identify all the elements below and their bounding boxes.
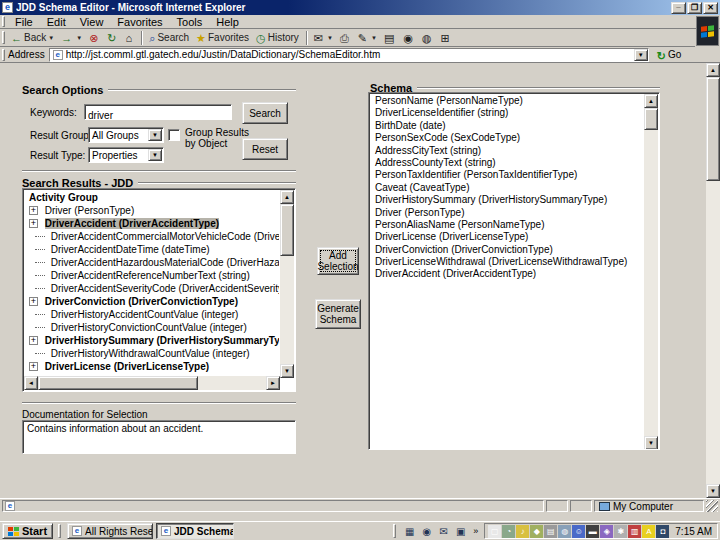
dropdown-arrow-icon[interactable] [76,35,82,41]
close-icon[interactable] [703,2,718,14]
toolbar-button[interactable]: ⎙ [337,30,354,46]
address-input[interactable] [66,49,634,61]
scroll-down-icon[interactable] [706,484,720,498]
tree-item[interactable]: DriverAccidentHazardousMaterialCode (Dri… [25,256,279,269]
schema-vscroll-track[interactable] [644,94,658,450]
schema-item[interactable]: Caveat (CaveatType) [371,182,643,194]
tray-battery-icon[interactable]: A [642,525,655,538]
tree-item[interactable]: DriverHistoryConvictionCountValue (integ… [25,321,279,334]
toolbar-button[interactable]: ↻ [104,30,121,46]
tray-key-icon[interactable]: ◆ [530,525,543,538]
menu-item[interactable]: File [8,15,40,28]
tree-item[interactable]: DriverHistorySummary (DriverHistorySumma… [25,334,279,347]
toolbar-button[interactable]: ⌕ Search [146,30,192,46]
result-type-select[interactable]: Properties [88,147,164,163]
tree-item[interactable]: DriverConviction (DriverConvictionType) [25,295,279,308]
schema-item[interactable]: PersonAliasName (PersonNameType) [371,219,643,231]
tree-item[interactable]: DriverAccidentCommercialMotorVehicleCode… [25,230,279,243]
page-vscroll-thumb[interactable] [706,77,720,181]
scroll-down-icon[interactable] [644,436,658,450]
schema-item[interactable]: DriverLicense (DriverLicenseType) [371,231,643,243]
tree-item[interactable]: DriverLicense (DriverLicenseType) [25,360,279,373]
tray-modem-icon[interactable]: ▬ [586,525,599,538]
menu-item[interactable]: Edit [40,15,73,28]
schema-item[interactable]: Driver (PersonType) [371,207,643,219]
schema-item[interactable]: PersonSexCode (SexCodeType) [371,132,643,144]
expand-plus-icon[interactable] [29,336,38,345]
toolbar-button[interactable]: ✎ [355,30,380,46]
taskbar-task-button[interactable]: e JDD Schema Editor - ... [156,523,234,539]
toolbar-grip[interactable] [2,49,5,61]
schema-item[interactable]: AddressCountyText (string) [371,157,643,169]
taskbar-grip[interactable] [393,524,396,538]
dropdown-arrow-icon[interactable] [371,35,377,41]
picture-viewer-icon[interactable]: ▦ [402,524,417,539]
toolbar-button[interactable]: ⊗ [86,30,103,46]
tray-globe-icon[interactable]: ◍ [558,525,571,538]
tree-item[interactable]: DriverHistoryWithdrawalCountValue (integ… [25,347,279,360]
toolbar-button[interactable]: ✉ [311,30,336,46]
tray-update-icon[interactable]: ◔ [502,525,515,538]
schema-item[interactable]: PersonTaxIdentifier (PersonTaxIdentifier… [371,169,643,181]
toolbar-button[interactable]: ◷ History [253,30,302,46]
schema-item[interactable]: DriverLicenseIdentifier (string) [371,107,643,119]
toolbar-button[interactable]: ◍ [419,30,437,46]
go-button[interactable]: Go [657,46,682,64]
toolbar-grip[interactable] [2,16,5,26]
scroll-up-icon[interactable] [280,190,294,204]
schema-item[interactable]: DriverAccident (DriverAccidentType) [371,268,643,280]
toolbar-grip[interactable] [2,31,5,45]
tree-item[interactable]: DriverAccidentSeverityCode (DriverAccide… [25,282,279,295]
menu-item[interactable]: View [73,15,111,28]
tray-quicktime-icon[interactable]: ◈ [600,525,613,538]
schema-item[interactable]: BirthDate (date) [371,120,643,132]
menu-item[interactable]: Help [209,15,246,28]
result-group-select[interactable]: All Groups [88,127,164,143]
tree-item[interactable]: DriverAccident (DriverAccidentType) [25,217,279,230]
menu-item[interactable]: Favorites [110,15,169,28]
dropdown-arrow-icon[interactable] [327,35,333,41]
toolbar-button[interactable]: → [58,30,85,46]
select-arrow-icon[interactable] [148,149,162,161]
schema-vscroll-thumb[interactable] [644,108,658,130]
toolbar-button[interactable]: ⌂ [123,30,138,46]
menu-item[interactable]: Tools [170,15,210,28]
expand-plus-icon[interactable] [29,297,38,306]
keywords-input[interactable] [85,109,231,123]
realplayer-icon[interactable]: ◉ [419,524,434,539]
scroll-left-icon[interactable] [24,376,38,390]
schema-item[interactable]: DriverConviction (DriverConvictionType) [371,244,643,256]
tray-colors-icon[interactable]: ▥ [628,525,641,538]
group-results-checkbox[interactable] [168,129,180,141]
tree-hscroll-thumb[interactable] [38,376,198,390]
tray-fax-icon[interactable]: ◘ [656,525,669,538]
toolbar-button[interactable]: ▤ [381,30,399,46]
tree-item[interactable]: Driver (PersonType) [25,204,279,217]
tree-item[interactable]: Activity Group [25,191,279,204]
toolbar-button[interactable]: ◉ [400,30,418,46]
add-selection-button[interactable]: Add Selection [317,247,359,275]
tray-printer-icon[interactable]: ▤ [544,525,557,538]
tree-item[interactable]: DriverAccidentDateTime (dateTime) [25,243,279,256]
generate-schema-button[interactable]: Generate Schema [315,299,361,329]
schema-item[interactable]: AddressCityText (string) [371,145,643,157]
tree-item[interactable]: DriverAccidentReferenceNumberText (strin… [25,269,279,282]
maximize-icon[interactable] [687,2,702,14]
scroll-up-icon[interactable] [706,63,720,77]
schema-item[interactable]: DriverLicenseWithdrawal (DriverLicenseWi… [371,256,643,268]
schema-item[interactable]: DriverHistorySummary (DriverHistorySumma… [371,194,643,206]
console-icon[interactable]: ▣ [453,524,468,539]
toolbar-button[interactable]: ★ Favorites [193,30,252,46]
taskbar-clock[interactable]: 7:15 AM [675,526,714,537]
tray-volume-icon[interactable]: ♪ [516,525,529,538]
resize-grip[interactable] [706,500,718,512]
toolbar-button[interactable]: ⊞ [438,30,455,46]
address-dropdown-icon[interactable] [634,49,648,61]
search-button[interactable]: Search [242,102,288,124]
select-arrow-icon[interactable] [148,129,162,141]
toolbar-button[interactable]: ← Back [8,30,57,46]
expand-plus-icon[interactable] [29,206,38,215]
tray-settings-icon[interactable]: ✱ [614,525,627,538]
minimize-icon[interactable] [671,2,686,14]
schema-item[interactable]: PersonName (PersonNameType) [371,95,643,107]
